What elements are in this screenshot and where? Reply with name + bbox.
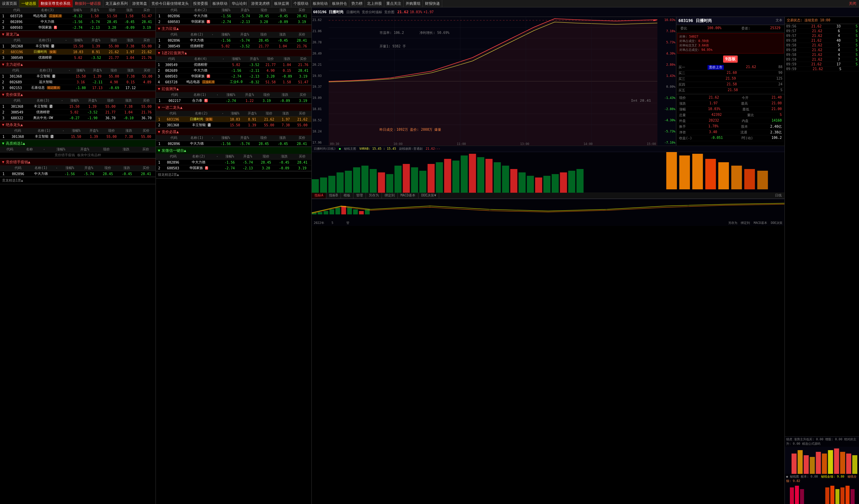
menu-settings[interactable]: 设置页面 bbox=[0, 0, 19, 7]
y-axis-prices: 21.62 21.06 20.78 20.49 20.21 19.93 19.3… bbox=[312, 17, 329, 146]
tab-save-as[interactable]: 另存为 bbox=[366, 193, 382, 198]
tab-template[interactable]: 模板 bbox=[341, 193, 353, 198]
menu-momentum[interactable]: 势力榜 bbox=[349, 0, 365, 7]
svg-rect-39 bbox=[486, 159, 493, 193]
table-row[interactable]: 1 002896 中大力德 -1.56 -5.74 28.45 -0.45 28… bbox=[156, 37, 312, 43]
menu-financial[interactable]: 财报快递 bbox=[423, 0, 442, 7]
table-row[interactable]: 1 300549 优德精密 5.02 -3.52 21.77 1.04 21.7… bbox=[156, 62, 312, 68]
table-row[interactable]: 1 301368 丰立智能 Z 15.50 1.39 55.00 7.38 55… bbox=[0, 134, 155, 140]
svg-rect-63 bbox=[335, 208, 340, 214]
chart-stock-name[interactable]: 603196 日播时尚 bbox=[313, 10, 344, 15]
menu-north-holding[interactable]: 北上持股 bbox=[365, 0, 384, 7]
svg-rect-74 bbox=[816, 452, 821, 474]
arrow-icon: ▼ bbox=[2, 92, 4, 97]
table-row[interactable]: 2 002689 中大力德 -1.56 -2.11 4.90 0.15 28.4… bbox=[156, 68, 312, 74]
table-row[interactable]: 2 603196 日播时尚 女装 10.03 8.91 21.62 1.97 2… bbox=[0, 49, 155, 55]
tab-macd[interactable]: MACD基本 bbox=[398, 193, 419, 198]
svg-text:Int 28.41: Int 28.41 bbox=[631, 99, 651, 102]
table-row[interactable]: 3 688322 奥比中光-UW -0.27 -1.90 36.70 -0.10… bbox=[0, 115, 155, 121]
exchange-val: 1.78% bbox=[708, 124, 718, 129]
table-row[interactable]: 2 300549 优德精密 5.02 -3.52 21.77 1.04 21.7… bbox=[156, 43, 312, 49]
trade-list: 09:56 21.62 33 S 09:57 21.62 6 S 09:57 2… bbox=[785, 24, 859, 436]
tab-indicator-a[interactable]: 指标A bbox=[312, 193, 326, 198]
table-row[interactable]: 1 603728 鸣志电器 工业4.0 -0.32 1.58 51.58 1.5… bbox=[0, 13, 155, 19]
menu-dragon-king[interactable]: 龙王蠃价系列 bbox=[103, 0, 130, 7]
table-row[interactable]: 1 002896 中大力德 -1.56 -5.74 28.45 -0.45 28… bbox=[156, 141, 312, 147]
menu-block-link[interactable]: 板块联动 bbox=[210, 0, 230, 7]
menu-game-chips[interactable]: 游资筹盘 bbox=[130, 0, 149, 7]
trade-price: 21.62 bbox=[811, 39, 822, 42]
menu-block-holding[interactable]: 板块持仓 bbox=[330, 0, 349, 7]
code-cell[interactable]: 600503 bbox=[6, 25, 27, 30]
info-stock-code[interactable]: 603196 日播时尚 bbox=[678, 18, 712, 23]
table-row[interactable]: 1 002896 中大力德 -1.56 -5.74 28.45 -0.45 28… bbox=[156, 13, 312, 19]
svg-rect-57 bbox=[744, 169, 755, 189]
trade-time: 09:59 bbox=[786, 62, 796, 66]
order-book-area: 买一 竟价上市 21.62 88 买二 21.60 90 bbox=[676, 64, 784, 94]
buy1-action[interactable]: 竟价上市 bbox=[708, 65, 724, 70]
tab-manage[interactable]: 管理 bbox=[353, 193, 366, 198]
menu-invest[interactable]: 投资委股 bbox=[191, 0, 210, 7]
price-chart-canvas[interactable]: 21.62 21.06 20.78 20.49 20.21 19.93 19.3… bbox=[312, 17, 676, 146]
table-row[interactable]: 2 300549 优德精密 5.02 -3.52 21.77 1.04 21.7… bbox=[0, 109, 155, 115]
table-row[interactable]: 2 600503 华国家族 R -2.74 -2.13 3.20 -0.09 3… bbox=[156, 19, 312, 25]
code-cell[interactable]: 002896 bbox=[6, 19, 27, 25]
menu-stock-link[interactable]: 个股联动 bbox=[291, 0, 311, 7]
table-row[interactable]: 1 002217 合力泰 R -2.74 1.22 3.19 -0.09 3.1… bbox=[156, 98, 312, 104]
table-row[interactable]: 3 600503 华国家族 R -2.74 -2.13 3.20 -0.09 3… bbox=[156, 74, 312, 79]
diff-cell: -0.09 bbox=[121, 25, 138, 30]
menu-best-emotion[interactable]: 竞价今日最佳情绪龙头 bbox=[149, 0, 191, 7]
svg-rect-65 bbox=[347, 208, 352, 214]
menu-huashan[interactable]: 华山论剑 bbox=[230, 0, 249, 7]
svg-rect-23 bbox=[353, 167, 360, 193]
tab-indicator-b[interactable]: 指标B bbox=[326, 193, 341, 198]
today-open-val: 21.40 bbox=[772, 95, 782, 100]
svg-rect-67 bbox=[359, 211, 364, 214]
code-cell[interactable]: 603728 bbox=[6, 13, 27, 19]
pct-label: 涨幅 bbox=[679, 107, 686, 112]
table-row[interactable]: 1 002896 中大力德 -1.56 -5.74 28.45 -0.45 28… bbox=[156, 159, 312, 165]
flow-cap-val: 2.38亿 bbox=[770, 130, 782, 135]
indicator-text: 日播时尚(日线) bbox=[314, 147, 336, 150]
menu-auction[interactable]: 翻接至尊竞价系统 bbox=[39, 0, 73, 7]
menu-block-monitor[interactable]: 板块监测 bbox=[272, 0, 291, 7]
menu-dragon-list[interactable]: 游资龙虎榜 bbox=[249, 0, 272, 7]
section-title: 一进二龙头▲ bbox=[162, 105, 183, 110]
trade-time: 09:59 bbox=[786, 67, 796, 71]
chart-tabs: 指标A 指标B 模板 管理 另存为 绑定到 MACD基本 DDE决策▼ 日线 bbox=[312, 193, 784, 199]
trade-type: S bbox=[856, 34, 858, 37]
close-button[interactable]: 关闭 bbox=[846, 1, 859, 6]
table-row[interactable]: 2 002689 远大智能 3.16 -2.11 4.90 0.15 4.89 bbox=[0, 79, 155, 85]
svg-rect-56 bbox=[731, 166, 742, 189]
trade-vol: 6 bbox=[838, 29, 840, 33]
zhu-ben: 秘线图 桩本: 0.00 bbox=[790, 475, 818, 478]
trade-price: 21.62 bbox=[812, 34, 822, 37]
table-row[interactable]: 1 603196 日播时尚 女装 10.03 8.91 21.62 1.97 2… bbox=[156, 117, 312, 122]
trade-vol: 4 bbox=[838, 53, 840, 57]
tab-dde[interactable]: DDE决策▼ bbox=[419, 193, 439, 198]
menu-block-rotation[interactable]: 板块轮动 bbox=[311, 0, 330, 7]
trade-type: S bbox=[856, 53, 858, 57]
buy1-vol: 88 bbox=[778, 65, 782, 70]
menu-merger[interactable]: 并购重组 bbox=[404, 0, 423, 7]
signal-label: 猎虎 涨势主升低买: 0.00 增股: 0.00 绝对的主升: 0.00 精选公… bbox=[785, 437, 859, 447]
menu-watchlist[interactable]: 重点关注 bbox=[384, 0, 404, 7]
table-row[interactable]: 1 002896 中大力德 -1.56 -5.74 28.45 -0.45 28… bbox=[0, 171, 155, 177]
table-row[interactable]: 2 301368 丰立智能 Z 15.50 1.39 55.00 7.38 55… bbox=[156, 122, 312, 128]
table-row[interactable]: 3 600503 华国家族 R -2.74 -2.13 3.20 -0.09 3… bbox=[0, 25, 155, 30]
table-row[interactable]: 4 603728 鸣志电器 工业4.0 工业4.0 -0.32 51.58 1.… bbox=[156, 79, 312, 85]
section-wechat: ▼ 发微信一键自▲ 代码 名称(2) · 涨幅% 开盘% 现价 涨跌 买价 bbox=[156, 147, 312, 171]
table-row[interactable]: 2 600503 华国家族 R -2.74 -2.13 3.20 -0.09 3… bbox=[156, 165, 312, 171]
table-row[interactable]: 1 301368 丰立智能 Z 15.50 1.39 55.00 7.38 55… bbox=[0, 43, 155, 49]
menu-one-click2[interactable]: 翻接到一键话股 bbox=[73, 0, 103, 7]
tab-bind[interactable]: 绑定到 bbox=[382, 193, 398, 198]
section-header-main-up: ▼ 主力赵价▲ bbox=[0, 61, 155, 68]
table-row[interactable]: 1 301368 丰立智能 Z 15.50 1.39 55.00 7.38 55… bbox=[0, 74, 155, 79]
table-row[interactable]: 3 300549 优德精密 5.02 -3.52 21.77 1.04 21.7… bbox=[0, 55, 155, 61]
table-row[interactable]: 3 002153 石基信息 笔记重大 -1.80 17.13 -0.69 17.… bbox=[0, 85, 155, 91]
exchange-row: 换手 1.78% 股本 2.40亿 bbox=[677, 124, 784, 130]
table-row[interactable]: 1 301368 丰立智能 Z 15.50 1.39 55.00 7.38 55… bbox=[0, 104, 155, 109]
table-row[interactable]: 2 002896 中大力德 -1.56 -5.74 28.45 -0.45 28… bbox=[0, 19, 155, 25]
menu-one-click[interactable]: 一键选股 bbox=[19, 0, 39, 7]
col-code: 代码 bbox=[6, 7, 27, 13]
